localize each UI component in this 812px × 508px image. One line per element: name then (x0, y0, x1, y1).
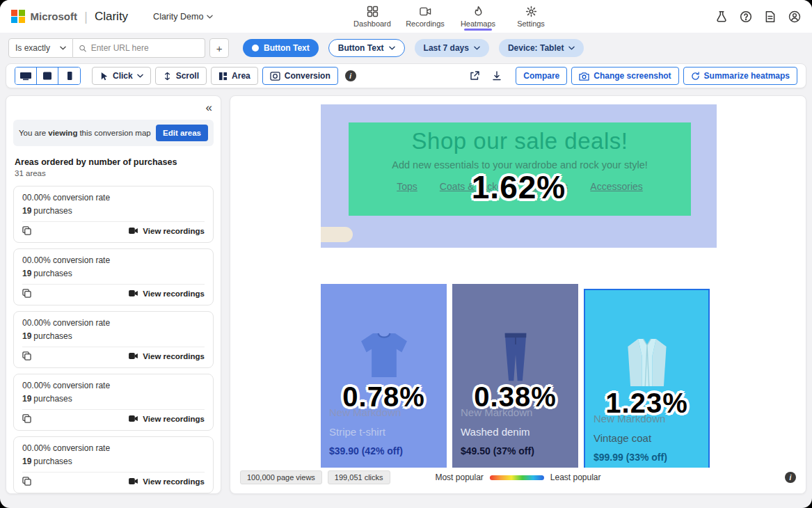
product-text: New Markdown Stripe t-shirt $39.90 (42% … (329, 406, 403, 457)
tshirt-image (351, 323, 417, 388)
match-type-value: Is exactly (15, 43, 50, 53)
view-recordings-button[interactable]: View recordings (128, 227, 205, 235)
heatmap-footer: 100,000 page views 199,051 clicks Most p… (240, 468, 796, 487)
mobile-icon (64, 71, 75, 81)
area-card[interactable]: 00.00% conversion rate 19purchases View … (13, 374, 214, 431)
video-icon (128, 477, 138, 485)
site-screenshot: Shop our sale deals! Add new essentials … (321, 104, 717, 470)
scroll-icon (163, 72, 172, 81)
recordings-icon (420, 6, 431, 17)
product-image (321, 284, 447, 388)
footer-info-icon[interactable]: i (785, 472, 796, 483)
area-card[interactable]: 00.00% conversion rate 19purchases View … (13, 186, 214, 243)
product-image (585, 290, 708, 395)
product-area-washed-denim[interactable]: 0.38% New Markdown Washed denim $49.50 (… (452, 284, 578, 470)
popularity-legend: Most popular Least popular (435, 473, 600, 482)
area-card[interactable]: 00.00% conversion rate 19purchases View … (13, 311, 214, 368)
area-card[interactable]: 00.00% conversion rate 19purchases View … (13, 248, 214, 305)
device-toggle-group (15, 67, 81, 85)
chevron-down-icon (137, 74, 143, 78)
product-price: $39.90 (42% off) (329, 445, 403, 457)
nav-settings[interactable]: Settings (509, 0, 553, 33)
app-name: Clarity (95, 10, 128, 24)
product-price: $99.99 (33% off) (594, 452, 667, 463)
video-icon (128, 352, 138, 360)
coat-image (615, 331, 679, 395)
scroll-map-button[interactable]: Scroll (155, 67, 207, 85)
summarize-heatmaps-button[interactable]: Summarize heatmaps (683, 67, 797, 85)
nav-heatmaps[interactable]: Heatmaps (456, 0, 500, 33)
tablet-icon (42, 71, 53, 81)
date-range-dropdown[interactable]: Last 7 days (415, 39, 489, 57)
purchases: 19purchases (22, 331, 205, 341)
purchases: 19purchases (22, 206, 205, 216)
product-area-vintage-coat[interactable]: 1.23% New Markdown Vintage coat $99.99 (… (584, 289, 710, 469)
view-recordings-button[interactable]: View recordings (128, 415, 205, 423)
device-desktop-toggle[interactable] (15, 68, 37, 84)
settings-icon (525, 6, 537, 17)
brand-divider: | (84, 9, 88, 24)
video-icon (128, 289, 138, 297)
heatmaps-icon (472, 6, 484, 17)
area-card[interactable]: 00.00% conversion rate 19purchases View … (13, 436, 214, 493)
area-card-footer: View recordings (22, 472, 205, 489)
copy-icon[interactable] (22, 477, 31, 486)
project-selector[interactable]: Clarity Demo (153, 12, 213, 22)
url-search-input[interactable] (91, 43, 199, 53)
account-icon[interactable] (788, 10, 801, 23)
share-button[interactable] (465, 67, 484, 85)
copy-icon[interactable] (22, 226, 31, 235)
area-card-footer: View recordings (22, 347, 205, 363)
event-dot-icon (252, 45, 259, 51)
products-row: 0.78% New Markdown Stripe t-shirt $39.90… (321, 284, 717, 470)
conversion-info-icon[interactable]: i (345, 70, 356, 81)
view-recordings-button[interactable]: View recordings (128, 477, 205, 486)
event-filter-pill[interactable]: Button Text (243, 39, 319, 57)
conversion-map-button[interactable]: Conversion (262, 67, 338, 85)
scroll-map-label: Scroll (176, 71, 199, 81)
add-url-filter-button[interactable]: + (209, 38, 229, 58)
device-dropdown[interactable]: Device: Tablet (499, 39, 584, 57)
product-image (452, 284, 578, 388)
copy-icon[interactable] (22, 414, 31, 423)
compare-button[interactable]: Compare (516, 67, 567, 85)
most-popular-label: Most popular (435, 473, 483, 482)
help-icon[interactable] (740, 10, 752, 23)
project-name: Clarity Demo (153, 12, 203, 22)
url-filter-group: Is exactly (8, 38, 205, 58)
cursor-icon (99, 72, 109, 81)
experiments-icon[interactable] (715, 10, 728, 23)
view-recordings-button[interactable]: View recordings (128, 289, 205, 298)
match-type-select[interactable]: Is exactly (8, 38, 73, 58)
nav-recordings[interactable]: Recordings (403, 0, 447, 33)
date-range-label: Last 7 days (424, 43, 469, 53)
nav-dashboard[interactable]: Dashboard (350, 0, 395, 33)
search-icon (79, 44, 87, 53)
product-area-stripe-tshirt[interactable]: 0.78% New Markdown Stripe t-shirt $39.90… (321, 284, 447, 470)
view-recordings-button[interactable]: View recordings (128, 352, 205, 360)
device-tablet-toggle[interactable] (37, 68, 58, 84)
chevron-down-icon (474, 46, 480, 50)
heat-gradient-bar (490, 475, 544, 480)
nav-recordings-label: Recordings (406, 19, 445, 28)
compare-label: Compare (523, 71, 559, 81)
areas-count: 31 areas (15, 169, 212, 177)
collapse-sidebar-icon[interactable]: « (206, 102, 212, 113)
change-screenshot-button[interactable]: Change screenshot (571, 67, 678, 85)
click-map-button[interactable]: Click (92, 67, 151, 85)
download-button[interactable] (488, 67, 506, 85)
copy-icon[interactable] (22, 351, 31, 360)
download-icon (492, 71, 502, 81)
area-card-footer: View recordings (22, 409, 205, 426)
chevron-down-icon (60, 46, 66, 50)
desktop-icon (19, 71, 33, 81)
edit-areas-button[interactable]: Edit areas (156, 125, 208, 141)
camera-icon (579, 72, 589, 81)
feedback-icon[interactable] (764, 10, 777, 23)
microsoft-logo-icon (11, 10, 25, 24)
copy-icon[interactable] (22, 289, 31, 298)
device-mobile-toggle[interactable] (58, 68, 80, 84)
area-map-button[interactable]: Area (211, 67, 258, 85)
heatmap-viewport: Shop our sale deals! Add new essentials … (230, 95, 806, 494)
event-dropdown[interactable]: Button Text (328, 39, 405, 57)
